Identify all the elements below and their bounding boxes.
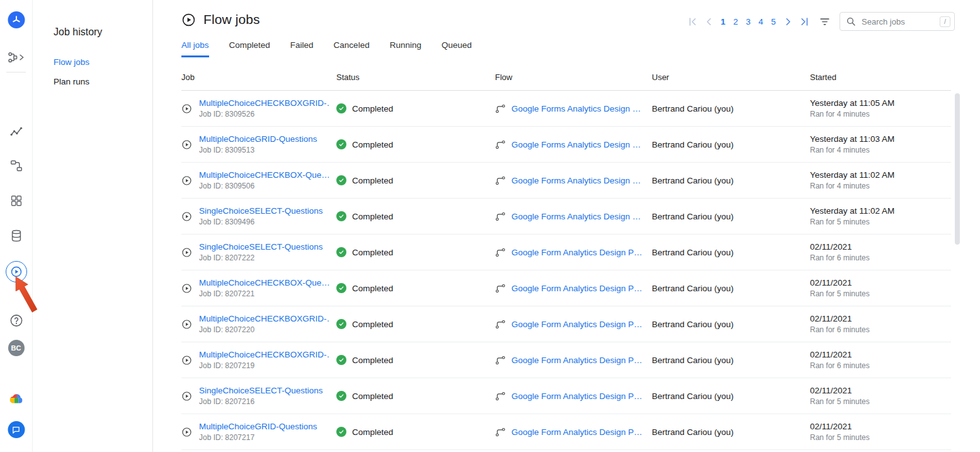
main-content: Flow jobs 1 2 3 4 5 bbox=[154, 0, 980, 452]
help-icon[interactable] bbox=[9, 313, 23, 328]
table-row[interactable]: MultipleChoiceCHECKBOXGRID-… Job ID: 830… bbox=[181, 91, 951, 127]
last-page-button[interactable] bbox=[796, 13, 812, 30]
app-logo-icon bbox=[8, 11, 25, 28]
search-shortcut-key: / bbox=[940, 16, 950, 27]
first-page-button[interactable] bbox=[684, 13, 700, 30]
table-row[interactable]: SingleChoiceSELECT-Questions Job ID: 830… bbox=[181, 199, 951, 235]
flow-name-link[interactable]: Google Form Analytics Design P… bbox=[511, 320, 642, 329]
page-number-1[interactable]: 1 bbox=[717, 16, 729, 28]
job-play-icon bbox=[181, 175, 192, 186]
flow-icon bbox=[495, 211, 506, 222]
page-number-5[interactable]: 5 bbox=[767, 16, 780, 28]
job-play-icon bbox=[181, 247, 192, 258]
filter-icon[interactable] bbox=[819, 16, 831, 28]
table-row[interactable]: MultipleChoiceCHECKBOX-Que… Job ID: 8309… bbox=[181, 163, 951, 199]
table-row[interactable]: MultipleChoiceCHECKBOX-Que… Job ID: 8207… bbox=[181, 270, 951, 306]
tab-all-jobs[interactable]: All jobs bbox=[181, 40, 209, 57]
job-name-link[interactable]: SingleChoiceSELECT-Questions bbox=[199, 386, 323, 395]
flow-icon bbox=[495, 427, 506, 438]
column-header-flow: Flow bbox=[495, 72, 652, 82]
tab-failed[interactable]: Failed bbox=[290, 40, 314, 57]
flow-name-link[interactable]: Google Form Analytics Design P… bbox=[511, 284, 642, 293]
table-row[interactable]: MultipleChoiceCHECKBOXGRID-… Job ID: 820… bbox=[181, 342, 951, 378]
run-duration: Ran for 6 minutes bbox=[810, 253, 951, 262]
flow-name-link[interactable]: Google Forms Analytics Design … bbox=[511, 212, 641, 221]
run-duration: Ran for 5 minutes bbox=[810, 289, 951, 298]
chat-feedback-icon[interactable] bbox=[8, 421, 25, 438]
table-row[interactable]: MultipleChoiceGRID-Questions Job ID: 830… bbox=[181, 127, 951, 163]
library-grid-icon[interactable] bbox=[9, 194, 23, 207]
flow-name-link[interactable]: Google Form Analytics Design P… bbox=[511, 356, 642, 365]
job-play-icon bbox=[181, 319, 192, 330]
flows-icon[interactable] bbox=[9, 159, 23, 173]
table-scrollbar-thumb[interactable] bbox=[955, 93, 960, 245]
status-label: Completed bbox=[352, 104, 393, 113]
status-completed-icon bbox=[336, 247, 346, 257]
table-body: MultipleChoiceCHECKBOXGRID-… Job ID: 830… bbox=[181, 91, 951, 450]
table-header: Job Status Flow User Started bbox=[181, 65, 951, 91]
flows-expand-icon[interactable] bbox=[8, 50, 25, 64]
status-label: Completed bbox=[352, 320, 393, 329]
flow-name-link[interactable]: Google Forms Analytics Design … bbox=[511, 104, 641, 113]
jobs-active-ring bbox=[6, 261, 27, 282]
google-cloud-icon[interactable] bbox=[9, 391, 23, 406]
next-page-button[interactable] bbox=[780, 13, 796, 30]
graph-icon[interactable] bbox=[9, 124, 23, 138]
flow-name-link[interactable]: Google Form Analytics Design P… bbox=[511, 427, 642, 437]
job-id: Job ID: 8309506 bbox=[199, 182, 330, 190]
status-label: Completed bbox=[352, 427, 393, 437]
run-duration: Ran for 4 minutes bbox=[810, 182, 951, 190]
search-input[interactable] bbox=[860, 16, 935, 27]
table-row[interactable]: MultipleChoiceCHECKBOXGRID-… Job ID: 820… bbox=[181, 306, 951, 342]
page-number-2[interactable]: 2 bbox=[729, 16, 742, 28]
table-row[interactable]: SingleChoiceSELECT-Questions Job ID: 820… bbox=[181, 235, 951, 270]
prev-page-button[interactable] bbox=[700, 13, 717, 30]
started-time: Yesterday at 11:03 AM bbox=[810, 134, 951, 144]
job-name-link[interactable]: MultipleChoiceGRID-Questions bbox=[199, 134, 317, 144]
page-number-4[interactable]: 4 bbox=[755, 16, 767, 28]
tab-canceled[interactable]: Canceled bbox=[334, 40, 370, 57]
flow-name-link[interactable]: Google Form Analytics Design P… bbox=[511, 391, 642, 401]
sidebar-item-flow-jobs[interactable]: Flow jobs bbox=[54, 57, 152, 67]
status-completed-icon bbox=[336, 211, 346, 221]
tab-running[interactable]: Running bbox=[390, 40, 421, 57]
user-name: Bertrand Cariou (you) bbox=[652, 391, 810, 401]
page-title: Flow jobs bbox=[203, 12, 260, 27]
flow-name-link[interactable]: Google Forms Analytics Design … bbox=[511, 176, 641, 185]
column-header-started: Started bbox=[810, 72, 951, 82]
database-icon[interactable] bbox=[9, 229, 23, 243]
sidebar-item-plan-runs[interactable]: Plan runs bbox=[54, 77, 152, 86]
job-id: Job ID: 8207222 bbox=[199, 253, 323, 262]
job-name-link[interactable]: MultipleChoiceCHECKBOXGRID-… bbox=[199, 350, 330, 359]
tab-queued[interactable]: Queued bbox=[442, 40, 472, 57]
page-number-3[interactable]: 3 bbox=[742, 16, 755, 28]
flow-name-link[interactable]: Google Forms Analytics Design … bbox=[511, 140, 641, 149]
job-id: Job ID: 8207220 bbox=[199, 325, 330, 334]
table-row[interactable]: MultipleChoiceGRID-Questions Job ID: 820… bbox=[181, 414, 951, 450]
user-name: Bertrand Cariou (you) bbox=[652, 320, 810, 329]
job-name-link[interactable]: MultipleChoiceCHECKBOXGRID-… bbox=[199, 98, 330, 108]
user-name: Bertrand Cariou (you) bbox=[652, 248, 810, 257]
user-avatar[interactable]: BC bbox=[8, 340, 25, 356]
started-time: 02/11/2021 bbox=[810, 242, 951, 252]
job-id: Job ID: 8309513 bbox=[199, 146, 317, 154]
flow-icon bbox=[495, 283, 506, 294]
job-name-link[interactable]: MultipleChoiceCHECKBOX-Que… bbox=[199, 278, 330, 287]
jobs-run-icon[interactable] bbox=[6, 261, 27, 282]
column-header-job: Job bbox=[181, 72, 336, 82]
table-row[interactable]: SingleChoiceSELECT-Questions Job ID: 820… bbox=[181, 378, 951, 414]
app-logo[interactable] bbox=[8, 11, 25, 28]
job-name-link[interactable]: SingleChoiceSELECT-Questions bbox=[199, 206, 323, 216]
status-label: Completed bbox=[352, 140, 393, 149]
job-name-link[interactable]: MultipleChoiceCHECKBOX-Que… bbox=[199, 170, 330, 180]
job-id: Job ID: 8309526 bbox=[199, 110, 330, 119]
tab-completed[interactable]: Completed bbox=[229, 40, 270, 57]
flow-name-link[interactable]: Google Form Analytics Design P… bbox=[511, 248, 642, 257]
status-completed-icon bbox=[336, 319, 346, 329]
job-play-icon bbox=[181, 355, 192, 366]
job-name-link[interactable]: MultipleChoiceCHECKBOXGRID-… bbox=[199, 314, 330, 323]
status-completed-icon bbox=[336, 103, 346, 113]
job-name-link[interactable]: MultipleChoiceGRID-Questions bbox=[199, 422, 317, 431]
flow-icon bbox=[495, 175, 506, 186]
job-name-link[interactable]: SingleChoiceSELECT-Questions bbox=[199, 242, 323, 252]
